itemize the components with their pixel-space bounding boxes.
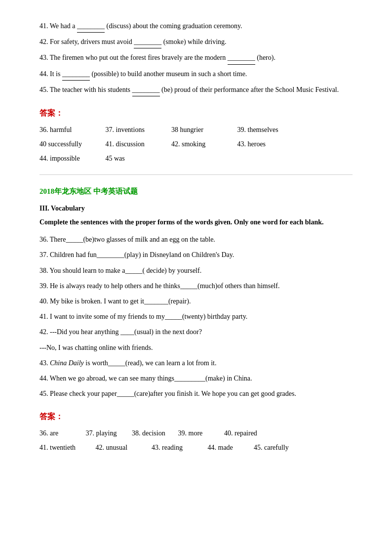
q45-blank: ________ xyxy=(132,84,160,96)
question-44: 44. It is ________ (possible) to build a… xyxy=(39,68,353,81)
q44-hint: (possible) to build another museum in su… xyxy=(90,70,247,78)
p2-q39: 39. He is always ready to help others an… xyxy=(39,280,353,292)
p2-answers-row1: 36. are 37. playing 38. decision 39. mor… xyxy=(39,427,353,439)
p2-q42: 42. ---Did you hear anything ____(usual)… xyxy=(39,326,353,338)
q41-blank: ________ xyxy=(77,20,105,33)
part2-title: 2018年龙东地区 中考英语试题 xyxy=(39,185,353,198)
answer-header-1: 答案： xyxy=(39,106,353,121)
q41-number: 41. We had a xyxy=(39,22,77,30)
q42-text: 42. For safety, drivers must avoid xyxy=(39,38,134,45)
p2-ans-38: 38. decision xyxy=(132,427,176,439)
section-divider xyxy=(39,174,353,175)
part1-questions: 41. We had a ________ (discuss) about th… xyxy=(39,20,353,96)
ans-39: 39. themselves xyxy=(237,124,302,136)
ans-37: 37. inventions xyxy=(106,124,170,136)
p2-ans-39: 39. more xyxy=(178,427,223,439)
q45-hint: (be) proud of their performance after th… xyxy=(160,86,339,93)
p2-ans-43: 43. reading xyxy=(152,441,206,454)
q45-text: 45. The teacher with his students xyxy=(39,86,132,93)
q42-hint: (smoke) while driving. xyxy=(161,38,226,45)
q41-hint: (discuss) about the coming graduation ce… xyxy=(105,22,242,30)
q42-blank: ________ xyxy=(134,36,161,48)
q44-blank: ________ xyxy=(62,68,90,81)
q43-hint: (hero). xyxy=(255,54,275,61)
ans-42: 42. smoking xyxy=(171,138,235,150)
vocab-label: III. Vocabulary xyxy=(39,202,353,214)
p2-ans-44: 44. made xyxy=(208,441,252,454)
answers-row3: 44. impossible 45 was xyxy=(39,152,353,165)
p2-ans-42: 42. unusual xyxy=(96,441,150,454)
answers-row2: 40 successfully 41. discussion 42. smoki… xyxy=(39,138,353,150)
ans-40: 40 successfully xyxy=(39,138,104,150)
answers-row1: 36. harmful 37. inventions 38 hungrier 3… xyxy=(39,124,353,136)
p2-q44: 44. When we go abroad, we can see many t… xyxy=(39,372,353,384)
ans-43: 43. heroes xyxy=(237,138,302,150)
part2: 2018年龙东地区 中考英语试题 III. Vocabulary Complet… xyxy=(39,185,353,400)
ans-38: 38 hungrier xyxy=(171,124,235,136)
p2-q41: 41. I want to invite some of my friends … xyxy=(39,310,353,323)
q43-blank: ________ xyxy=(228,51,255,64)
question-41: 41. We had a ________ (discuss) about th… xyxy=(39,20,353,33)
question-43: 43. The firemen who put out the forest f… xyxy=(39,51,353,64)
p2-ans-45: 45. carefully xyxy=(254,441,298,454)
p2-q42-reply: ---No, I was chatting online with friend… xyxy=(39,342,353,354)
p2-answers-row2: 41. twentieth 42. unusual 43. reading 44… xyxy=(39,441,353,454)
p2-ans-40: 40. repaired xyxy=(224,427,269,439)
question-42: 42. For safety, drivers must avoid _____… xyxy=(39,36,353,48)
p2-ans-37: 37. playing xyxy=(86,427,130,439)
p2-ans-36: 36. are xyxy=(39,427,84,439)
ans-44: 44. impossible xyxy=(39,152,104,165)
part2-answers: 答案： 36. are 37. playing 38. decision 39.… xyxy=(39,410,353,454)
q43-text: 43. The firemen who put out the forest f… xyxy=(39,54,228,61)
p2-q43: 43. China Daily is worth_____(read), we … xyxy=(39,357,353,369)
p2-q40: 40. My bike is broken. I want to get it_… xyxy=(39,295,353,307)
ans-45: 45 was xyxy=(106,152,170,165)
q44-text: 44. It is xyxy=(39,70,62,78)
p2-q37: 37. Children had fun________(play) in Di… xyxy=(39,249,353,261)
ans-41: 41. discussion xyxy=(106,138,170,150)
answer-header-2: 答案： xyxy=(39,410,353,424)
p2-q38: 38. You should learn to make a_____( dec… xyxy=(39,264,353,277)
question-45: 45. The teacher with his students ______… xyxy=(39,84,353,96)
part1-answers: 答案： 36. harmful 37. inventions 38 hungri… xyxy=(39,106,353,165)
china-daily-italic: China Daily xyxy=(50,359,84,367)
p2-q36: 36. There_____(be)two glasses of milk an… xyxy=(39,233,353,246)
p2-ans-41: 41. twentieth xyxy=(39,441,94,454)
instructions: Complete the sentences with the proper f… xyxy=(39,216,353,228)
p2-q45: 45. Please check your paper_____(care)af… xyxy=(39,387,353,400)
ans-36: 36. harmful xyxy=(39,124,104,136)
